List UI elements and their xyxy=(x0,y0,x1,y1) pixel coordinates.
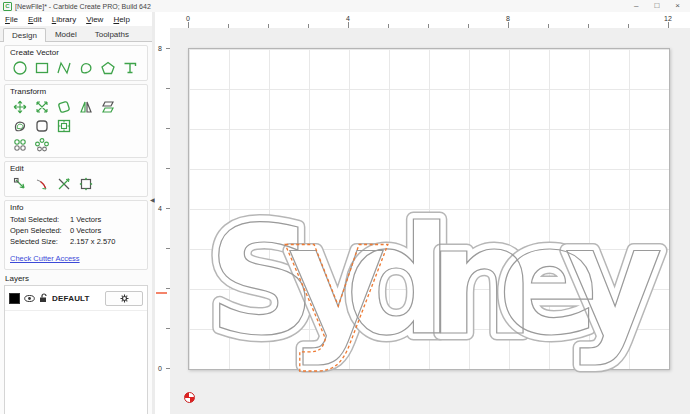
layers-title: Layers xyxy=(5,274,148,283)
polyline-tool-icon[interactable] xyxy=(54,59,73,76)
info-total-selected: Total Selected: 1 Vectors xyxy=(10,214,142,225)
ruler-top-label: 12 xyxy=(664,15,672,22)
offset-icon[interactable] xyxy=(10,117,29,134)
scale-icon[interactable] xyxy=(32,98,51,115)
rotate-icon[interactable] xyxy=(54,98,73,115)
transform-section: Transform xyxy=(4,84,148,158)
tab-toolpaths[interactable]: Toolpaths xyxy=(86,27,138,41)
join-vectors-icon[interactable] xyxy=(54,175,73,192)
menu-file[interactable]: File xyxy=(5,15,18,24)
origin-marker-icon xyxy=(184,392,195,403)
ruler-left-label: 8 xyxy=(158,45,162,52)
ruler-left-label: 0 xyxy=(158,365,162,372)
ruler-top-label: 8 xyxy=(506,15,510,22)
menu-bar: File Edit Library View Help xyxy=(0,12,152,26)
align-icon[interactable] xyxy=(54,117,73,134)
svg-text:y: y xyxy=(283,182,391,374)
fillet-icon[interactable] xyxy=(32,117,51,134)
collapse-panel-icon[interactable]: ◀ xyxy=(150,196,155,203)
layer-color-swatch[interactable] xyxy=(9,293,20,304)
left-panel: File Edit Library View Help Design Model… xyxy=(0,12,152,414)
info-selected-size: Selected Size: 2.157 x 2.570 xyxy=(10,236,142,247)
text-tool-icon[interactable] xyxy=(120,59,139,76)
mirror-icon[interactable] xyxy=(76,98,95,115)
edit-section: Edit xyxy=(4,161,148,197)
ruler-left: 8 4 0 xyxy=(155,28,171,414)
circle-tool-icon[interactable] xyxy=(10,59,29,76)
circular-array-icon[interactable] xyxy=(32,136,51,153)
svg-text:y: y xyxy=(565,194,663,368)
linear-array-icon[interactable] xyxy=(10,136,29,153)
rectangle-tool-icon[interactable] xyxy=(32,59,51,76)
check-cutter-access-link[interactable]: Check Cutter Access xyxy=(10,254,80,263)
move-icon[interactable] xyxy=(10,98,29,115)
skew-icon[interactable] xyxy=(98,98,117,115)
layer-unlock-icon[interactable] xyxy=(39,289,48,307)
create-vector-title: Create Vector xyxy=(10,48,142,57)
layers-section: Layers DEFAULT xyxy=(4,274,148,414)
info-value: 2.157 x 2.570 xyxy=(70,236,115,247)
boolean-icon[interactable] xyxy=(76,175,95,192)
tab-design[interactable]: Design xyxy=(3,28,46,42)
polygon-tool-icon[interactable] xyxy=(98,59,117,76)
layer-name: DEFAULT xyxy=(52,294,90,303)
tab-bar: Design Model Toolpaths xyxy=(0,26,152,42)
canvas-area: 0 4 8 12 8 4 0 SSyyddnneeyySydneyy xyxy=(155,12,690,414)
info-label: Total Selected: xyxy=(10,214,70,225)
info-open-selected: Open Selected: 0 Vectors xyxy=(10,225,142,236)
menu-edit[interactable]: Edit xyxy=(28,15,42,24)
app-window: C [NewFile]* - Carbide Create PRO; Build… xyxy=(0,0,690,414)
minimize-button[interactable]: – xyxy=(634,1,638,11)
transform-title: Transform xyxy=(10,87,142,96)
app-icon: C xyxy=(3,2,12,11)
edit-title: Edit xyxy=(10,164,142,173)
menu-help[interactable]: Help xyxy=(113,15,129,24)
design-viewport[interactable]: SSyyddnneeyySydneyy xyxy=(170,28,690,414)
ruler-top: 0 4 8 12 xyxy=(170,12,690,29)
info-value: 0 Vectors xyxy=(70,225,101,236)
maximize-button[interactable]: □ xyxy=(654,1,659,11)
create-vector-section: Create Vector xyxy=(4,45,148,81)
layer-list: DEFAULT xyxy=(4,285,148,414)
info-section: Info Total Selected: 1 Vectors Open Sele… xyxy=(4,200,148,270)
vector-art[interactable]: SSyyddnneeyySydneyy xyxy=(170,28,690,414)
trim-vectors-icon[interactable] xyxy=(32,175,51,192)
close-button[interactable]: × xyxy=(675,1,680,11)
node-edit-icon[interactable] xyxy=(10,175,29,192)
info-label: Open Selected: xyxy=(10,225,70,236)
ruler-left-label: 4 xyxy=(158,205,162,212)
ruler-cursor-marker xyxy=(156,292,167,294)
menu-view[interactable]: View xyxy=(86,15,103,24)
info-label: Selected Size: xyxy=(10,236,70,247)
layer-settings-button[interactable] xyxy=(105,291,143,306)
window-title: [NewFile]* - Carbide Create PRO; Build 6… xyxy=(15,3,151,10)
layer-row[interactable]: DEFAULT xyxy=(5,286,147,311)
gear-icon xyxy=(120,289,129,307)
curve-tool-icon[interactable] xyxy=(76,59,95,76)
ruler-top-label: 0 xyxy=(186,15,190,22)
layer-visibility-eye-icon[interactable] xyxy=(24,289,35,307)
menu-library[interactable]: Library xyxy=(52,15,76,24)
tab-model[interactable]: Model xyxy=(46,27,86,41)
info-value: 1 Vectors xyxy=(70,214,101,225)
info-title: Info xyxy=(10,203,142,212)
ruler-top-label: 4 xyxy=(346,15,350,22)
